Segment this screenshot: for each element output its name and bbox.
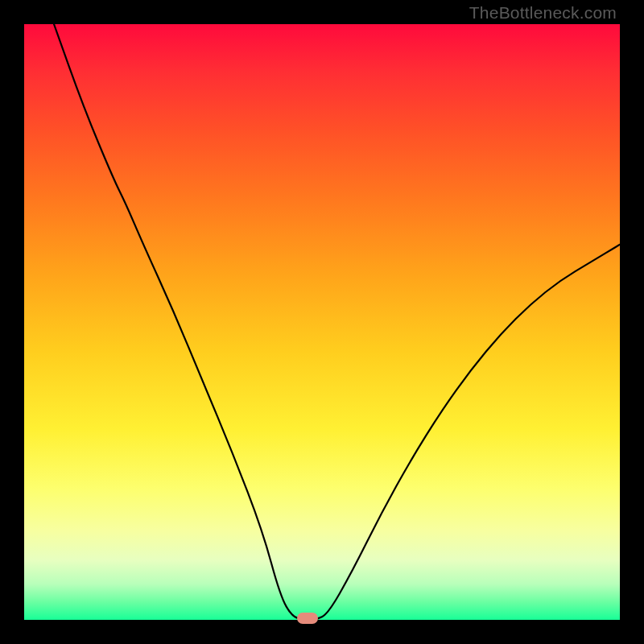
chart-frame: TheBottleneck.com — [0, 0, 644, 644]
plot-area — [24, 24, 620, 620]
watermark-text: TheBottleneck.com — [469, 3, 617, 23]
optimal-point-marker — [297, 613, 318, 624]
bottleneck-curve — [24, 24, 620, 620]
